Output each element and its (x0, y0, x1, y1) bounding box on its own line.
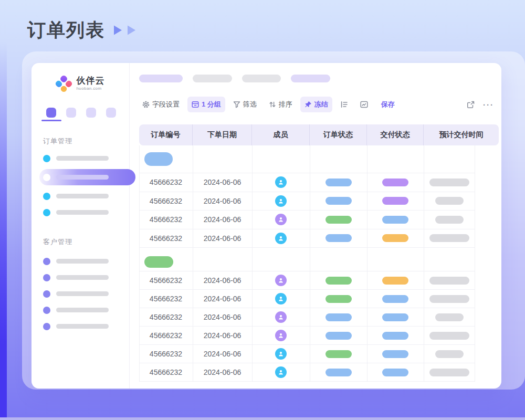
bullet-dot (43, 174, 50, 181)
freeze-button[interactable]: 冻结 (300, 97, 332, 112)
sort-button[interactable]: 排序 (265, 97, 297, 112)
sidebar-item[interactable] (32, 318, 129, 334)
skeleton-text (56, 156, 109, 161)
eta-skeleton (435, 313, 464, 321)
skeleton-text (56, 259, 109, 264)
table-row[interactable]: 45666232 2024-06-06 (139, 308, 475, 327)
person-icon (278, 235, 284, 242)
eta-skeleton (429, 178, 469, 186)
table-row[interactable]: 45666232 2024-06-06 (139, 173, 475, 192)
table-row[interactable]: 45666232 2024-06-06 (139, 192, 475, 211)
column-header[interactable]: 订单状态 (310, 124, 367, 145)
order-no-cell: 45666232 (139, 215, 193, 224)
delivery-status-pill (382, 178, 408, 186)
chart-icon (360, 101, 368, 108)
member-avatar (275, 214, 287, 225)
funnel-icon (233, 101, 240, 108)
group-header-row[interactable] (139, 145, 475, 173)
sidebar-item-selected[interactable] (39, 169, 135, 185)
group-label-pill (144, 256, 173, 268)
background-accent-strip (0, 0, 7, 420)
sidebar-item[interactable] (32, 269, 129, 286)
main-area: 字段设置 1 分组 筛选 (130, 63, 501, 388)
column-header[interactable]: 预计交付时间 (424, 124, 499, 145)
delivery-status-pill (382, 350, 408, 358)
sidebar-item[interactable] (32, 253, 129, 269)
table-row[interactable]: 45666232 2024-06-06 (139, 290, 475, 308)
column-header[interactable]: 成员 (252, 124, 310, 145)
sidebar-section-customers (32, 253, 129, 334)
order-status-pill (326, 197, 352, 205)
skeleton-text (56, 308, 109, 312)
table-row[interactable]: 45666232 2024-06-06 (139, 327, 475, 345)
person-icon (278, 296, 284, 302)
sidebar-item[interactable] (32, 286, 129, 302)
skeleton-pill (291, 75, 330, 82)
page-header: 订单列表 (27, 18, 136, 43)
order-date-cell: 2024-06-06 (193, 276, 252, 285)
filter-button[interactable]: 筛选 (229, 97, 261, 112)
order-no-cell: 45666232 (139, 234, 193, 243)
column-header[interactable]: 订单编号 (139, 124, 193, 145)
table-row[interactable]: 45666232 2024-06-06 (139, 229, 475, 248)
skeleton-pill (139, 75, 183, 82)
eta-skeleton (429, 277, 469, 285)
row-height-button[interactable] (336, 98, 352, 111)
skeleton-text (56, 324, 109, 329)
order-date-cell: 2024-06-06 (193, 368, 252, 376)
sidebar-item[interactable] (32, 188, 129, 204)
sidebar-item[interactable] (32, 204, 129, 220)
view-tab[interactable] (86, 108, 96, 118)
bullet-dot (43, 290, 50, 298)
field-settings-button[interactable]: 字段设置 (138, 97, 184, 112)
view-tab[interactable] (66, 108, 76, 118)
row-height-icon (340, 101, 348, 108)
delivery-status-pill (382, 313, 408, 321)
eta-skeleton (429, 332, 469, 340)
eta-skeleton (429, 295, 469, 303)
order-no-cell: 45666232 (139, 197, 193, 205)
order-status-pill (326, 350, 352, 358)
column-header[interactable]: 交付状态 (367, 124, 424, 145)
order-no-cell: 45666232 (139, 350, 193, 358)
brand-logo-icon (54, 74, 72, 92)
order-status-pill (326, 234, 352, 242)
play-icon (127, 25, 136, 36)
sidebar-item[interactable] (32, 150, 129, 166)
delivery-status-pill (382, 277, 408, 285)
bullet-dot (43, 155, 50, 162)
column-divider (139, 145, 140, 382)
chart-button[interactable] (356, 98, 372, 111)
delivery-status-pill (382, 234, 408, 242)
order-status-pill (326, 313, 352, 321)
order-no-cell: 45666232 (139, 276, 193, 285)
table-row[interactable]: 45666232 2024-06-06 (139, 211, 475, 229)
table-header: 订单编号 下单日期 成员 订单状态 交付状态 预计交付时间 (139, 124, 499, 145)
order-date-cell: 2024-06-06 (193, 215, 252, 224)
member-avatar (275, 176, 287, 188)
table-body: 45666232 2024-06-06 45666232 2024-06-06 (139, 145, 475, 382)
order-status-pill (326, 369, 352, 376)
view-tab[interactable] (46, 108, 56, 118)
table-row[interactable]: 45666232 2024-06-06 (139, 363, 475, 382)
skeleton-text (56, 175, 109, 180)
group-button[interactable]: 1 分组 (187, 97, 225, 112)
table-row[interactable]: 45666232 2024-06-06 (139, 271, 475, 290)
column-divider (310, 145, 310, 382)
group-gap (139, 248, 475, 253)
table-row[interactable]: 45666232 2024-06-06 (139, 345, 475, 363)
sidebar-section-label: 客户管理 (43, 237, 72, 247)
order-status-pill (326, 178, 352, 186)
group-header-row[interactable] (139, 253, 475, 271)
app-window-card: 伙伴云 huoban.com 订单管理 (22, 51, 525, 390)
view-tab[interactable] (106, 108, 116, 118)
sidebar-item[interactable] (32, 302, 129, 318)
column-header[interactable]: 下单日期 (193, 124, 252, 145)
delivery-status-pill (382, 332, 408, 340)
order-status-pill (326, 277, 352, 285)
save-button[interactable]: 保存 (377, 97, 399, 112)
more-button[interactable]: ··· (483, 100, 494, 109)
order-no-cell: 45666232 (139, 368, 193, 376)
share-icon[interactable] (467, 101, 475, 109)
group-label-pill (144, 152, 173, 166)
